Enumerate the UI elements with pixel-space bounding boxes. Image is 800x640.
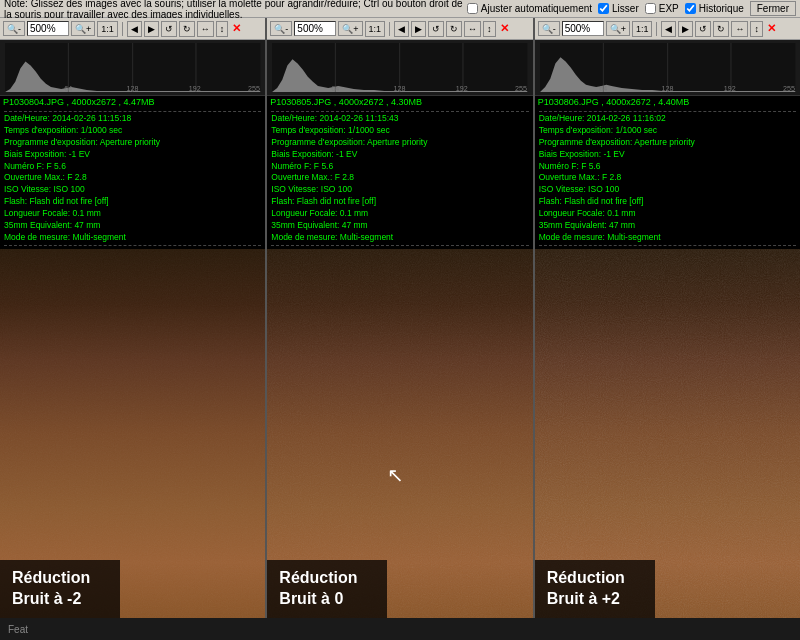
exif-numero-f-3: Numéro F: F 5.6 xyxy=(539,161,796,173)
auto-adjust-checkbox[interactable] xyxy=(467,3,478,14)
exif-program-1: Programme d'exposition: Aperture priorit… xyxy=(4,137,261,149)
prev-btn-2[interactable]: ◀ xyxy=(394,21,409,37)
file-info-3: P1030806.JPG , 4000x2672 , 4.40MB xyxy=(535,95,800,108)
flip-h-2[interactable]: ↔ xyxy=(464,21,481,37)
histogram-svg-2: 64 128 192 255 xyxy=(270,43,529,92)
close-panel-2[interactable]: ✕ xyxy=(498,22,511,35)
status-bar: Feat xyxy=(0,618,800,640)
svg-text:128: 128 xyxy=(394,85,406,92)
filename-1: P1030804.JPG , 4000x2672 , 4.47MB xyxy=(3,97,155,107)
label-1: Réduction Bruit à -2 xyxy=(0,560,120,618)
next-btn-2[interactable]: ▶ xyxy=(411,21,426,37)
sep-2 xyxy=(389,22,390,36)
flip-v-3[interactable]: ↕ xyxy=(750,21,763,37)
close-panel-1[interactable]: ✕ xyxy=(230,22,243,35)
exif-date-2: Date/Heure: 2014-02-26 11:15:43 xyxy=(271,113,528,125)
rotate-left-2[interactable]: ↺ xyxy=(428,21,444,37)
flip-h-3[interactable]: ↔ xyxy=(731,21,748,37)
exif-mesure-3: Mode de mesure: Multi-segment xyxy=(539,232,796,244)
exif-ouverture-2: Ouverture Max.: F 2.8 xyxy=(271,172,528,184)
history-checkbox[interactable] xyxy=(685,3,696,14)
image-content-3[interactable]: Réduction Bruit à +2 xyxy=(535,249,800,618)
zoom-in-btn-3[interactable]: 🔍+ xyxy=(606,21,630,36)
history-group[interactable]: Historique xyxy=(685,3,744,14)
toolbar-note: Note: Glissez des images avec la souris;… xyxy=(4,0,463,20)
svg-text:192: 192 xyxy=(456,85,468,92)
sep-1 xyxy=(122,22,123,36)
filename-2: P1030805.JPG , 4000x2672 , 4.30MB xyxy=(270,97,422,107)
fit-btn-1[interactable]: 1:1 xyxy=(97,21,118,37)
exif-focale-2: Longueur Focale: 0.1 mm xyxy=(271,208,528,220)
fit-btn-3[interactable]: 1:1 xyxy=(632,21,653,37)
exif-info-2: Date/Heure: 2014-02-26 11:15:43 Temps d'… xyxy=(267,108,532,249)
zoom-display-1: 500% xyxy=(27,21,69,36)
label-line2-3: Bruit à +2 xyxy=(547,589,643,610)
prev-btn-3[interactable]: ◀ xyxy=(661,21,676,37)
next-btn-1[interactable]: ▶ xyxy=(144,21,159,37)
exif-sep-bot-2 xyxy=(271,245,528,246)
rotate-right-1[interactable]: ↻ xyxy=(179,21,195,37)
exif-sep-bot-3 xyxy=(539,245,796,246)
exif-ouverture-3: Ouverture Max.: F 2.8 xyxy=(539,172,796,184)
exif-flash-3: Flash: Flash did not fire [off] xyxy=(539,196,796,208)
zoom-in-btn-1[interactable]: 🔍+ xyxy=(71,21,95,36)
flip-h-1[interactable]: ↔ xyxy=(197,21,214,37)
zoom-in-btn-2[interactable]: 🔍+ xyxy=(338,21,362,36)
exp-label: EXP xyxy=(659,3,679,14)
histogram-1: 64 128 192 255 xyxy=(0,40,265,95)
next-btn-3[interactable]: ▶ xyxy=(678,21,693,37)
exif-flash-1: Flash: Flash did not fire [off] xyxy=(4,196,261,208)
auto-adjust-group[interactable]: Ajuster automatiquement xyxy=(467,3,592,14)
svg-text:64: 64 xyxy=(332,85,340,92)
exif-equiv35-3: 35mm Equivalent: 47 mm xyxy=(539,220,796,232)
label-line1-1: Réduction xyxy=(12,568,108,589)
zoom-out-btn-2[interactable]: 🔍- xyxy=(270,21,292,36)
exif-mesure-1: Mode de mesure: Multi-segment xyxy=(4,232,261,244)
flip-v-1[interactable]: ↕ xyxy=(216,21,229,37)
histogram-3: 64 128 192 255 xyxy=(535,40,800,95)
image-content-1[interactable]: Réduction Bruit à -2 xyxy=(0,249,265,618)
panel-3: 🔍- 500% 🔍+ 1:1 ◀ ▶ ↺ ↻ ↔ ↕ ✕ 64 128 192 xyxy=(535,18,800,618)
exif-flash-2: Flash: Flash did not fire [off] xyxy=(271,196,528,208)
panel-2-toolbar: 🔍- 500% 🔍+ 1:1 ◀ ▶ ↺ ↻ ↔ ↕ ✕ xyxy=(267,18,532,40)
toolbar-right: Ajuster automatiquement Lisser EXP Histo… xyxy=(467,1,796,16)
svg-text:128: 128 xyxy=(661,85,673,92)
rotate-left-3[interactable]: ↺ xyxy=(695,21,711,37)
panel-3-toolbar: 🔍- 500% 🔍+ 1:1 ◀ ▶ ↺ ↻ ↔ ↕ ✕ xyxy=(535,18,800,40)
rotate-left-1[interactable]: ↺ xyxy=(161,21,177,37)
label-2: Réduction Bruit à 0 xyxy=(267,560,387,618)
smooth-checkbox[interactable] xyxy=(598,3,609,14)
rotate-right-2[interactable]: ↻ xyxy=(446,21,462,37)
exif-date-1: Date/Heure: 2014-02-26 11:15:18 xyxy=(4,113,261,125)
close-button[interactable]: Fermer xyxy=(750,1,796,16)
zoom-out-btn-3[interactable]: 🔍- xyxy=(538,21,560,36)
image-content-2[interactable]: ↖ Réduction Bruit à 0 xyxy=(267,249,532,618)
flip-v-2[interactable]: ↕ xyxy=(483,21,496,37)
close-panel-3[interactable]: ✕ xyxy=(765,22,778,35)
svg-text:192: 192 xyxy=(723,85,735,92)
exif-iso-1: ISO Vitesse: ISO 100 xyxy=(4,184,261,196)
exif-date-3: Date/Heure: 2014-02-26 11:16:02 xyxy=(539,113,796,125)
exp-group[interactable]: EXP xyxy=(645,3,679,14)
prev-btn-1[interactable]: ◀ xyxy=(127,21,142,37)
label-3: Réduction Bruit à +2 xyxy=(535,560,655,618)
label-line2-1: Bruit à -2 xyxy=(12,589,108,610)
panels-area: 🔍- 500% 🔍+ 1:1 ◀ ▶ ↺ ↻ ↔ ↕ ✕ 64 128 xyxy=(0,18,800,618)
exif-exp-time-1: Temps d'exposition: 1/1000 sec xyxy=(4,125,261,137)
exp-checkbox[interactable] xyxy=(645,3,656,14)
svg-text:192: 192 xyxy=(189,85,201,92)
file-info-1: P1030804.JPG , 4000x2672 , 4.47MB xyxy=(0,95,265,108)
fit-btn-2[interactable]: 1:1 xyxy=(365,21,386,37)
history-label: Historique xyxy=(699,3,744,14)
exif-exp-time-2: Temps d'exposition: 1/1000 sec xyxy=(271,125,528,137)
rotate-right-3[interactable]: ↻ xyxy=(713,21,729,37)
zoom-out-btn-1[interactable]: 🔍- xyxy=(3,21,25,36)
filename-3: P1030806.JPG , 4000x2672 , 4.40MB xyxy=(538,97,690,107)
exif-program-3: Programme d'exposition: Aperture priorit… xyxy=(539,137,796,149)
exif-mesure-2: Mode de mesure: Multi-segment xyxy=(271,232,528,244)
smooth-group[interactable]: Lisser xyxy=(598,3,639,14)
exif-bias-2: Biais Exposition: -1 EV xyxy=(271,149,528,161)
histogram-2: 64 128 192 255 xyxy=(267,40,532,95)
auto-adjust-label: Ajuster automatiquement xyxy=(481,3,592,14)
svg-text:64: 64 xyxy=(64,85,72,92)
